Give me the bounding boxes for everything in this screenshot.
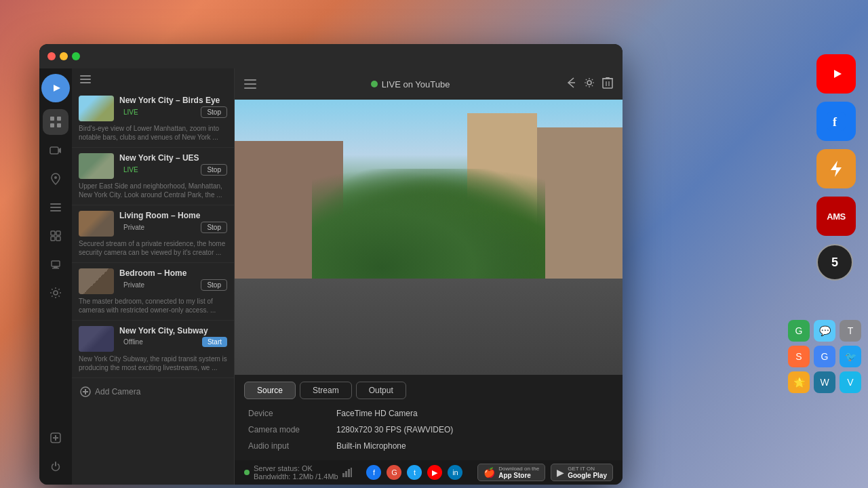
server-status-dot bbox=[244, 470, 250, 475]
camera-status-nyc-ues: LIVE bbox=[119, 165, 142, 174]
tab-output[interactable]: Output bbox=[356, 382, 406, 399]
live-indicator: LIVE on YouTube bbox=[371, 79, 450, 89]
start-button-subway[interactable]: Start bbox=[202, 337, 227, 347]
app-logo[interactable] bbox=[41, 74, 70, 102]
camera-status-subway: Offline bbox=[119, 338, 147, 346]
app-store-sub: Download on the bbox=[498, 466, 539, 472]
svg-rect-23 bbox=[52, 268, 59, 269]
svg-rect-10 bbox=[57, 123, 61, 127]
app-store-badge[interactable]: 🍎 Download on the App Store bbox=[477, 464, 545, 481]
svg-point-13 bbox=[54, 176, 57, 179]
status-text-group: Server status: OK Bandwidth: 1.2Mb /1.4M… bbox=[254, 464, 338, 481]
stop-button-living[interactable]: Stop bbox=[201, 222, 227, 233]
audio-input-value: Built-in Microphone bbox=[336, 441, 406, 451]
small-icon-twitter[interactable]: 🐦 bbox=[840, 346, 861, 367]
nav-grid[interactable] bbox=[43, 223, 68, 249]
source-tabs: Source Stream Output bbox=[235, 375, 623, 399]
svg-rect-7 bbox=[50, 117, 54, 121]
delete-icon[interactable] bbox=[602, 77, 613, 92]
svg-rect-20 bbox=[56, 237, 60, 241]
main-window: New York City – Birds Eye LIVE Stop Bird… bbox=[39, 44, 623, 485]
small-icon-g[interactable]: G bbox=[788, 320, 810, 342]
stop-button-nyc-ues[interactable]: Stop bbox=[201, 164, 227, 176]
live-dot bbox=[371, 81, 378, 87]
camera-thumb-nyc-ues bbox=[79, 153, 114, 179]
trees bbox=[312, 169, 545, 293]
camera-thumb-nyc-birds bbox=[79, 96, 114, 121]
small-icon-v[interactable]: V bbox=[840, 371, 861, 393]
status-bar: Server status: OK Bandwidth: 1.2Mb /1.4M… bbox=[235, 460, 623, 485]
camera-thumb-bedroom bbox=[79, 268, 114, 294]
small-icon-s[interactable]: S bbox=[788, 346, 810, 367]
facebook-desktop-icon[interactable]: f bbox=[816, 102, 856, 141]
svg-rect-17 bbox=[51, 231, 55, 235]
info-row-camera-mode: Camera mode 868x488 30 FPS (RAWVIDEO) bbox=[248, 425, 609, 434]
device-label: Device bbox=[248, 409, 323, 418]
camera-item-living: Living Room – Home Private Stop Secured … bbox=[72, 205, 234, 263]
camera-list: New York City – Birds Eye LIVE Stop Bird… bbox=[72, 68, 235, 485]
device-info: Device FaceTime HD Camera Camera mode 12… bbox=[235, 399, 623, 460]
maximize-button[interactable] bbox=[72, 52, 80, 60]
tab-source[interactable]: Source bbox=[244, 382, 296, 399]
social-youtube[interactable]: ▶ bbox=[427, 465, 442, 480]
svg-rect-29 bbox=[80, 79, 91, 80]
nav-broadcast[interactable] bbox=[43, 251, 68, 277]
camera-status-living: Private bbox=[119, 223, 149, 232]
nav-location[interactable] bbox=[43, 166, 68, 192]
top-bar: LIVE on YouTube bbox=[235, 68, 623, 100]
nav-list[interactable] bbox=[43, 195, 68, 220]
stop-button-nyc-birds[interactable]: Stop bbox=[201, 106, 227, 118]
share-icon[interactable] bbox=[564, 77, 576, 92]
social-facebook[interactable]: f bbox=[366, 465, 381, 480]
google-play-badge[interactable]: ▶ GET IT ON Google Play bbox=[551, 464, 613, 481]
small-icon-t[interactable]: T bbox=[840, 320, 861, 342]
thunder-desktop-icon[interactable] bbox=[816, 149, 856, 188]
stop-button-bedroom[interactable]: Stop bbox=[201, 279, 227, 291]
camera-desc-nyc-ues: Upper East Side and neighborhood, Manhat… bbox=[79, 182, 227, 199]
social-linkedin[interactable]: in bbox=[448, 465, 462, 480]
server-status-text: Server status: OK bbox=[254, 464, 313, 472]
nav-cameras[interactable] bbox=[43, 138, 68, 163]
svg-text:f: f bbox=[833, 115, 837, 129]
camera-item-nyc-ues: New York City – UES LIVE Stop Upper East… bbox=[72, 148, 234, 205]
small-icon-wp[interactable]: 🌟 bbox=[788, 371, 810, 393]
social-twitter[interactable]: t bbox=[407, 465, 422, 480]
svg-rect-40 bbox=[342, 473, 344, 477]
camera-desc-nyc-birds: Bird's-eye view of Lower Manhattan, zoom… bbox=[79, 124, 227, 142]
svg-rect-22 bbox=[54, 266, 58, 268]
titlebar bbox=[39, 44, 623, 68]
svg-rect-41 bbox=[345, 471, 347, 477]
camera-desc-bedroom: The master bedroom, connected to my list… bbox=[79, 297, 227, 314]
social-icons: f G t ▶ in bbox=[366, 465, 462, 480]
ams-desktop-icon[interactable]: AMS bbox=[816, 197, 856, 236]
camera-mode-label: Camera mode bbox=[248, 425, 323, 434]
google-play-name: Google Play bbox=[568, 472, 607, 479]
svg-rect-35 bbox=[244, 83, 256, 85]
five-desktop-icon[interactable]: 5 bbox=[816, 244, 853, 281]
bandwidth-icon bbox=[342, 468, 352, 477]
close-button[interactable] bbox=[47, 52, 56, 60]
bottom-panel: Source Stream Output Device FaceTime HD … bbox=[235, 375, 623, 460]
nav-medical[interactable] bbox=[43, 425, 68, 451]
minimize-button[interactable] bbox=[60, 52, 68, 60]
nav-home[interactable] bbox=[43, 109, 68, 135]
small-icon-chat[interactable]: 💬 bbox=[814, 320, 835, 342]
small-icon-g2[interactable]: G bbox=[814, 346, 835, 367]
menu-icon[interactable] bbox=[244, 79, 256, 89]
social-google[interactable]: G bbox=[387, 465, 401, 480]
nav-power[interactable] bbox=[43, 453, 68, 479]
add-camera-label: Add Camera bbox=[95, 387, 140, 396]
nav-sidebar bbox=[39, 68, 72, 485]
svg-rect-21 bbox=[52, 261, 60, 266]
tab-stream[interactable]: Stream bbox=[300, 382, 352, 399]
settings-icon[interactable] bbox=[583, 77, 595, 92]
svg-rect-38 bbox=[603, 79, 612, 88]
youtube-desktop-icon[interactable] bbox=[816, 54, 856, 94]
device-value: FaceTime HD Camera bbox=[336, 409, 418, 418]
add-camera-button[interactable]: Add Camera bbox=[72, 378, 234, 405]
svg-rect-39 bbox=[606, 77, 610, 79]
camera-mode-value: 868x488 30 FPS (RAWVIDEO) bbox=[336, 425, 453, 434]
nav-settings[interactable] bbox=[43, 280, 68, 306]
small-icon-w[interactable]: W bbox=[814, 371, 835, 393]
svg-rect-36 bbox=[244, 87, 256, 89]
